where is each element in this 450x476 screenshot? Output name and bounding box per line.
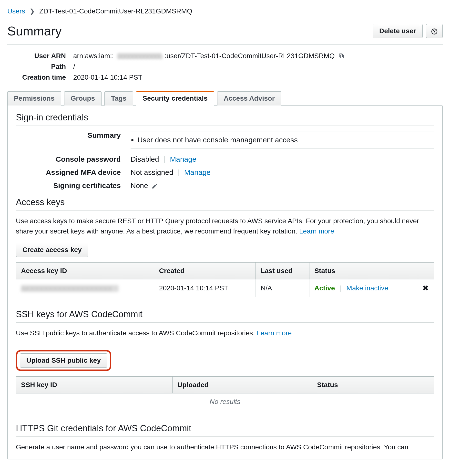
ssh-section-title: SSH keys for AWS CodeCommit [16, 309, 434, 319]
create-access-key-button[interactable]: Create access key [16, 243, 88, 257]
access-keys-section-title: Access keys [16, 197, 434, 207]
https-git-section-title: HTTPS Git credentials for AWS CodeCommit [16, 423, 434, 434]
tab-security-credentials[interactable]: Security credentials [136, 91, 214, 106]
cell-created: 2020-01-14 10:14 PST [154, 279, 256, 297]
svg-point-1 [434, 32, 435, 33]
col-created: Created [154, 263, 256, 279]
security-credentials-panel: Sign-in credentials Summary User does no… [7, 105, 443, 459]
cell-last-used: N/A [256, 279, 309, 297]
tab-groups[interactable]: Groups [64, 91, 102, 106]
tab-permissions[interactable]: Permissions [7, 91, 61, 106]
breadcrumb-current: ZDT-Test-01-CodeCommitUser-RL231GDMSRMQ [39, 7, 192, 15]
signing-cert-label: Signing certificates [16, 181, 131, 190]
svg-rect-3 [339, 54, 342, 57]
col-ssh-status: Status [312, 377, 417, 393]
signin-summary-value: User does not have console management ac… [137, 136, 434, 144]
console-password-label: Console password [16, 155, 131, 163]
no-results: No results [16, 393, 434, 410]
make-inactive-link[interactable]: Make inactive [347, 284, 388, 292]
ssh-desc: Use SSH public keys to authenticate acce… [16, 328, 434, 338]
svg-rect-2 [340, 55, 343, 58]
copy-icon[interactable] [338, 53, 345, 59]
path-label: Path [7, 63, 73, 71]
user-arn-value: arn:aws:iam::000000000000:user/ZDT-Test-… [73, 52, 345, 60]
tabs: Permissions Groups Tags Security credent… [7, 91, 443, 105]
access-keys-desc: Use access keys to make secure REST or H… [16, 216, 434, 236]
user-arn-label: User ARN [7, 52, 73, 60]
creation-time-label: Creation time [7, 74, 73, 81]
pencil-icon[interactable] [152, 183, 158, 189]
creation-time-value: 2020-01-14 10:14 PST [73, 74, 142, 81]
delete-key-icon[interactable]: ✖ [422, 284, 429, 292]
col-uploaded: Uploaded [173, 377, 312, 393]
manage-mfa-link[interactable]: Manage [184, 168, 211, 176]
ssh-learn-more-link[interactable]: Learn more [257, 329, 292, 337]
chevron-right-icon: ❯ [30, 8, 35, 15]
access-keys-table: Access key ID Created Last used Status A… [16, 262, 434, 297]
signin-summary-label: Summary [16, 131, 131, 139]
console-password-value: Disabled [131, 155, 159, 163]
redacted-account: 000000000000 [117, 53, 161, 59]
tab-tags[interactable]: Tags [104, 91, 133, 106]
col-last-used: Last used [256, 263, 309, 279]
tab-access-advisor[interactable]: Access Advisor [217, 91, 281, 106]
path-value: / [73, 63, 75, 71]
mfa-value: Not assigned [131, 168, 173, 176]
access-keys-learn-more-link[interactable]: Learn more [299, 227, 334, 235]
upload-ssh-key-button[interactable]: Upload SSH public key [20, 353, 107, 368]
https-git-desc: Generate a user name and password you ca… [16, 442, 434, 452]
col-status: Status [309, 263, 417, 279]
breadcrumb: Users ❯ ZDT-Test-01-CodeCommitUser-RL231… [7, 7, 443, 15]
signing-cert-value: None [131, 181, 148, 190]
signin-section-title: Sign-in credentials [16, 112, 434, 123]
help-icon [431, 28, 438, 35]
col-access-key-id: Access key ID [16, 263, 154, 279]
access-key-row: AKXXXXXXXXXXXXXXXXXX 2020-01-14 10:14 PS… [16, 279, 434, 297]
ssh-keys-table: SSH key ID Uploaded Status No results [16, 376, 434, 410]
breadcrumb-root-link[interactable]: Users [7, 7, 25, 15]
help-button[interactable] [426, 24, 443, 38]
col-ssh-key-id: SSH key ID [16, 377, 173, 393]
redacted-key-id: AKXXXXXXXXXXXXXXXXXX [21, 285, 119, 292]
manage-console-password-link[interactable]: Manage [170, 155, 196, 163]
highlight-box: Upload SSH public key [16, 350, 111, 371]
status-badge: Active [314, 284, 335, 292]
mfa-label: Assigned MFA device [16, 168, 131, 177]
delete-user-button[interactable]: Delete user [373, 24, 423, 38]
page-title: Summary [7, 24, 61, 38]
